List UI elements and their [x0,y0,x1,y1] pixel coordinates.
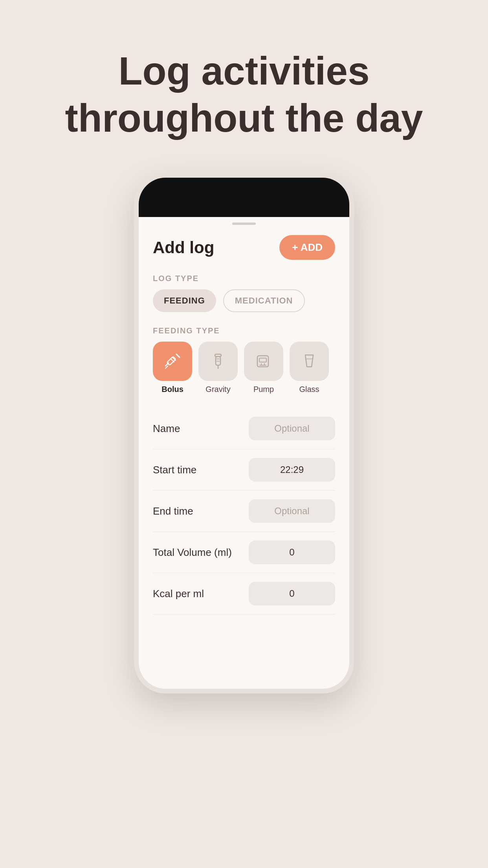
name-input[interactable]: Optional [249,417,335,440]
feeding-type-section: FEEDING TYPE [153,326,335,394]
end-time-label: End time [153,505,193,517]
svg-line-0 [176,354,180,357]
gravity-label: Gravity [205,385,230,394]
log-type-row: FEEDING MEDICATION [153,289,335,312]
pump-icon-box [244,342,283,381]
feeding-type-pump[interactable]: Pump [244,342,283,394]
feeding-type-bolus[interactable]: Bolus [153,342,192,394]
screen-title: Add log [153,238,214,257]
log-type-feeding-button[interactable]: FEEDING [153,289,216,312]
syringe-icon [162,351,183,371]
total-volume-input[interactable]: 0 [249,541,335,564]
drag-handle-bar [232,223,256,225]
svg-line-4 [171,359,174,362]
glass-icon-box [290,342,329,381]
log-type-medication-button[interactable]: MEDICATION [223,289,305,312]
total-volume-label: Total Volume (ml) [153,546,232,559]
drag-handle [139,217,349,227]
phone-notch-area [139,178,349,217]
svg-rect-12 [259,358,266,362]
start-time-label: Start time [153,464,196,476]
header-row: Add log + ADD [153,235,335,260]
form-section: Name Optional Start time 22:29 End time … [153,408,335,614]
kcal-input[interactable]: 0 [249,582,335,605]
end-time-input[interactable]: Optional [249,499,335,523]
phone-outer: Add log + ADD LOG TYPE FEEDING MEDICATIO… [134,173,354,693]
bolus-icon-box [153,342,192,381]
hero-title: Log activities throughout the day [34,47,455,142]
feeding-type-scroll: Bolus [153,342,335,394]
form-row-start-time: Start time 22:29 [153,449,335,491]
add-log-button[interactable]: + ADD [279,235,335,260]
screen-content: Add log + ADD LOG TYPE FEEDING MEDICATIO… [139,227,349,630]
svg-rect-1 [167,357,176,366]
feeding-type-glass[interactable]: Glass [290,342,329,394]
svg-line-3 [165,366,168,368]
kcal-label: Kcal per ml [153,588,204,600]
phone-mockup: Add log + ADD LOG TYPE FEEDING MEDICATIO… [134,173,354,693]
glass-icon [299,351,319,371]
form-row-name: Name Optional [153,408,335,449]
log-type-label: LOG TYPE [153,274,335,283]
svg-rect-7 [216,357,220,365]
pump-label: Pump [253,385,274,394]
gravity-icon-box [198,342,238,381]
bolus-label: Bolus [161,385,183,394]
form-row-total-volume: Total Volume (ml) 0 [153,532,335,573]
form-row-kcal: Kcal per ml 0 [153,573,335,614]
pump-icon [253,351,274,371]
start-time-input[interactable]: 22:29 [249,458,335,482]
feeding-type-gravity[interactable]: Gravity [198,342,238,394]
phone-screen: Add log + ADD LOG TYPE FEEDING MEDICATIO… [139,217,349,689]
glass-label: Glass [299,385,319,394]
gravity-icon [208,351,228,371]
feeding-type-label: FEEDING TYPE [153,326,335,335]
name-label: Name [153,423,180,435]
form-row-end-time: End time Optional [153,491,335,532]
